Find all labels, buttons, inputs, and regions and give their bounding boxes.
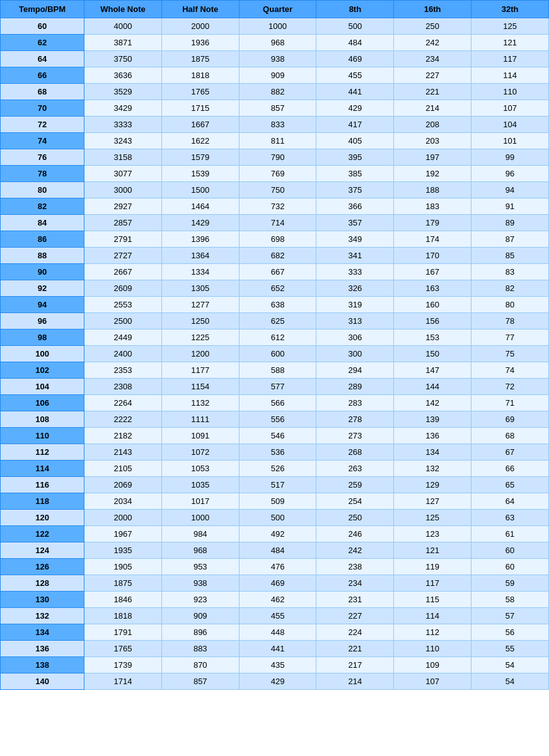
value-cell: 3871 xyxy=(84,35,162,51)
table-row: 783077153976938519296 xyxy=(1,166,549,182)
value-cell: 968 xyxy=(161,542,239,559)
value-cell: 3529 xyxy=(84,84,162,100)
value-cell: 1000 xyxy=(239,18,316,35)
value-cell: 1765 xyxy=(161,84,239,100)
value-cell: 1396 xyxy=(161,231,239,248)
value-cell: 174 xyxy=(394,231,471,248)
value-cell: 273 xyxy=(316,428,394,444)
value-cell: 1035 xyxy=(161,477,239,493)
value-cell: 234 xyxy=(316,575,394,592)
table-row: 136176588344122111055 xyxy=(1,641,549,657)
value-cell: 326 xyxy=(316,280,394,297)
value-cell: 882 xyxy=(239,84,316,100)
value-cell: 2000 xyxy=(84,510,162,526)
value-cell: 1000 xyxy=(161,510,239,526)
value-cell: 441 xyxy=(316,84,394,100)
table-body: 6040002000100050025012562387119369684842… xyxy=(1,18,549,690)
tempo-cell: 118 xyxy=(1,493,84,510)
value-cell: 2727 xyxy=(84,248,162,264)
table-row: 1182034101750925412764 xyxy=(1,493,549,510)
value-cell: 698 xyxy=(239,231,316,248)
value-cell: 441 xyxy=(239,641,316,657)
value-cell: 1667 xyxy=(161,117,239,133)
value-cell: 231 xyxy=(316,592,394,608)
value-cell: 1132 xyxy=(161,395,239,411)
tempo-cell: 140 xyxy=(1,673,84,690)
value-cell: 682 xyxy=(239,248,316,264)
value-cell: 242 xyxy=(394,35,471,51)
value-cell: 238 xyxy=(316,559,394,575)
table-row: 822927146473236618391 xyxy=(1,198,549,215)
value-cell: 114 xyxy=(394,608,471,624)
table-row: 942553127763831916080 xyxy=(1,297,549,313)
value-cell: 119 xyxy=(394,559,471,575)
value-cell: 170 xyxy=(394,248,471,264)
value-cell: 214 xyxy=(316,673,394,690)
value-cell: 896 xyxy=(161,624,239,641)
value-cell: 313 xyxy=(316,313,394,329)
value-cell: 984 xyxy=(161,526,239,542)
value-cell: 60 xyxy=(471,542,549,559)
value-cell: 469 xyxy=(316,51,394,67)
tempo-cell: 104 xyxy=(1,379,84,395)
value-cell: 3636 xyxy=(84,67,162,84)
value-cell: 732 xyxy=(239,198,316,215)
value-cell: 870 xyxy=(161,657,239,673)
value-cell: 99 xyxy=(471,149,549,166)
tempo-cell: 120 xyxy=(1,510,84,526)
value-cell: 1875 xyxy=(84,575,162,592)
value-cell: 455 xyxy=(239,608,316,624)
value-cell: 1765 xyxy=(84,641,162,657)
table-row: 1002400120060030015075 xyxy=(1,346,549,362)
value-cell: 2449 xyxy=(84,329,162,346)
value-cell: 1305 xyxy=(161,280,239,297)
value-cell: 1072 xyxy=(161,444,239,461)
tempo-table: Tempo/BPMWhole NoteHalf NoteQuarter8th16… xyxy=(0,0,549,690)
value-cell: 462 xyxy=(239,592,316,608)
value-cell: 1539 xyxy=(161,166,239,182)
value-cell: 224 xyxy=(316,624,394,641)
value-cell: 65 xyxy=(471,477,549,493)
table-row: 1162069103551725912965 xyxy=(1,477,549,493)
value-cell: 117 xyxy=(394,575,471,592)
value-cell: 63 xyxy=(471,510,549,526)
value-cell: 2264 xyxy=(84,395,162,411)
value-cell: 492 xyxy=(239,526,316,542)
value-cell: 121 xyxy=(471,35,549,51)
value-cell: 1177 xyxy=(161,362,239,379)
value-cell: 319 xyxy=(316,297,394,313)
table-row: 1022353117758829414774 xyxy=(1,362,549,379)
tempo-cell: 116 xyxy=(1,477,84,493)
value-cell: 2400 xyxy=(84,346,162,362)
value-cell: 83 xyxy=(471,264,549,280)
value-cell: 500 xyxy=(316,18,394,35)
column-header-4: 8th xyxy=(316,1,394,18)
value-cell: 139 xyxy=(394,411,471,428)
value-cell: 96 xyxy=(471,166,549,182)
value-cell: 3333 xyxy=(84,117,162,133)
value-cell: 68 xyxy=(471,428,549,444)
table-row: 803000150075037518894 xyxy=(1,182,549,198)
value-cell: 1967 xyxy=(84,526,162,542)
table-row: 124193596848424212160 xyxy=(1,542,549,559)
value-cell: 54 xyxy=(471,657,549,673)
value-cell: 909 xyxy=(239,67,316,84)
value-cell: 87 xyxy=(471,231,549,248)
value-cell: 366 xyxy=(316,198,394,215)
value-cell: 78 xyxy=(471,313,549,329)
value-cell: 1334 xyxy=(161,264,239,280)
value-cell: 953 xyxy=(161,559,239,575)
value-cell: 1791 xyxy=(84,624,162,641)
table-row: 982449122561230615377 xyxy=(1,329,549,346)
value-cell: 1464 xyxy=(161,198,239,215)
tempo-cell: 124 xyxy=(1,542,84,559)
value-cell: 556 xyxy=(239,411,316,428)
table-row: 763158157979039519799 xyxy=(1,149,549,166)
value-cell: 259 xyxy=(316,477,394,493)
tempo-cell: 110 xyxy=(1,428,84,444)
value-cell: 117 xyxy=(471,51,549,67)
column-header-5: 16th xyxy=(394,1,471,18)
value-cell: 1818 xyxy=(84,608,162,624)
value-cell: 188 xyxy=(394,182,471,198)
value-cell: 769 xyxy=(239,166,316,182)
